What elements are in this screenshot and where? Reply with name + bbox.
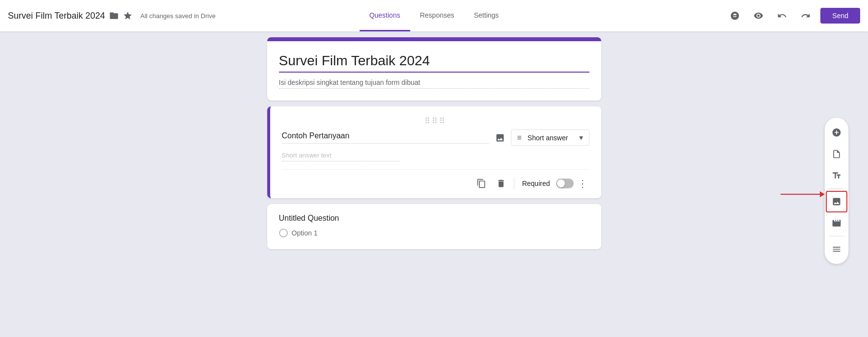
tab-settings[interactable]: Settings xyxy=(464,0,509,31)
sidebar-divider2 xyxy=(829,236,844,236)
question-card-footer: Required ⋮ xyxy=(282,169,589,192)
tabs-container: Questions Responses Settings xyxy=(360,0,509,31)
add-question-button[interactable] xyxy=(826,122,847,143)
question-type-label: Short answer xyxy=(525,134,576,142)
untitled-question-card: Untitled Question Option 1 xyxy=(267,204,601,249)
drag-handle[interactable]: ⠿⠿⠿ xyxy=(282,116,589,126)
form-header-card: Survei Film Terbaik 2024 Isi deskripsi s… xyxy=(267,37,601,101)
dropdown-chevron-icon: ▾ xyxy=(579,133,583,142)
sidebar-divider xyxy=(829,188,844,189)
question-type-dropdown[interactable]: ≡ Short answer ▾ xyxy=(511,130,589,146)
tab-questions[interactable]: Questions xyxy=(360,0,410,31)
question-row: ≡ Short answer ▾ xyxy=(282,130,589,146)
tab-responses[interactable]: Responses xyxy=(410,0,464,31)
question-text-input[interactable] xyxy=(282,131,489,144)
undo-button[interactable] xyxy=(773,7,791,25)
add-video-button[interactable] xyxy=(826,212,847,234)
emoji-button[interactable] xyxy=(726,7,744,25)
radio-circle-icon xyxy=(279,229,288,237)
preview-button[interactable] xyxy=(750,7,767,25)
answer-placeholder-text: Short answer text xyxy=(282,152,400,161)
saved-status: All changes saved in Drive xyxy=(140,12,216,20)
required-label: Required xyxy=(522,180,550,187)
required-toggle[interactable] xyxy=(556,179,574,188)
more-options-button[interactable]: ⋮ xyxy=(576,176,589,191)
footer-divider xyxy=(514,178,514,189)
redo-button[interactable] xyxy=(797,7,814,25)
option-row: Option 1 xyxy=(279,229,589,237)
topbar: Survei Film Terbaik 2024 All changes sav… xyxy=(0,0,868,31)
untitled-question-title[interactable]: Untitled Question xyxy=(279,214,589,223)
add-title-button[interactable] xyxy=(826,165,847,186)
option1-text: Option 1 xyxy=(292,229,318,237)
topbar-right: Send xyxy=(726,7,860,25)
content-area: Survei Film Terbaik 2024 Isi deskripsi s… xyxy=(267,31,601,327)
send-button[interactable]: Send xyxy=(820,8,860,24)
main-content: Survei Film Terbaik 2024 Isi deskripsi s… xyxy=(0,31,868,337)
form-main-title[interactable]: Survei Film Terbaik 2024 xyxy=(279,53,589,73)
form-description[interactable]: Isi deskripsi singkat tentang tujuan for… xyxy=(279,78,589,89)
add-section-button[interactable] xyxy=(826,238,847,260)
red-arrow-indicator xyxy=(781,191,825,197)
active-question-card: ⠿⠿⠿ ≡ Short answer ▾ Short answer text xyxy=(267,106,601,198)
sidebar-tools xyxy=(825,118,848,264)
star-icon[interactable] xyxy=(123,11,133,21)
folder-icon[interactable] xyxy=(109,11,119,21)
copy-question-button[interactable] xyxy=(473,175,490,192)
import-questions-button[interactable] xyxy=(826,143,847,165)
add-image-to-question-button[interactable] xyxy=(495,133,505,143)
add-image-button[interactable] xyxy=(826,191,847,212)
arrow-head xyxy=(820,191,825,197)
arrow-line xyxy=(781,194,820,195)
delete-question-button[interactable] xyxy=(492,175,510,192)
topbar-form-title: Survei Film Terbaik 2024 xyxy=(8,11,105,21)
